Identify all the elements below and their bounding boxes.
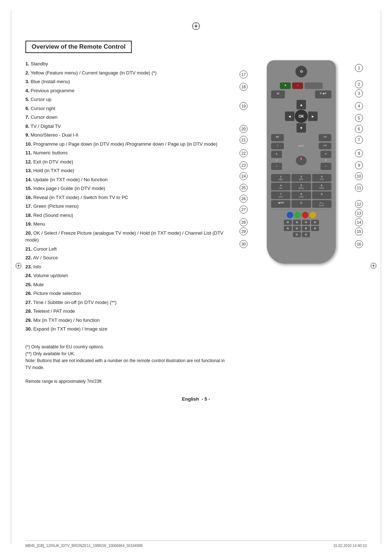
item-number: 13. — [25, 168, 32, 173]
num-btn-1[interactable]: 2DEF — [291, 174, 311, 182]
item-number: 28. — [25, 308, 32, 314]
vol-up-button[interactable]: + — [271, 151, 282, 158]
num-btn-3[interactable]: 4JKL — [271, 183, 290, 190]
item-number: 7. — [25, 114, 29, 120]
list-item: 8. TV / Digital TV — [25, 123, 225, 130]
btn-b3[interactable]: ⊞ — [302, 220, 310, 225]
callout-20: 20 — [240, 125, 248, 133]
bottom-row-3: ⊞ ⊞ — [271, 232, 331, 237]
bottom-row-1: ⊞ ⊞ ⊞ ⊞ — [271, 220, 331, 225]
num-btn-0[interactable]: 1ABC — [271, 174, 290, 182]
item-number: 2. — [25, 70, 29, 76]
list-item: 6. Cursor right — [25, 105, 225, 112]
menu-button[interactable]: M — [271, 90, 285, 98]
num-btn-10[interactable]: 0 — [291, 200, 311, 208]
prev-prog-button[interactable]: P◄P — [315, 90, 331, 98]
btn-b1[interactable]: ⊞ — [284, 220, 292, 225]
item-number: 26. — [25, 291, 32, 296]
btn-c3[interactable]: ⊞ — [302, 226, 310, 231]
num-btn-4[interactable]: 5MNO — [291, 183, 311, 190]
list-item: 17. Green (Picture menu) — [25, 203, 225, 210]
av-source-button[interactable]: AV — [271, 134, 284, 141]
item-number: 16. — [25, 195, 32, 200]
item-number: 10. — [25, 141, 32, 147]
list-item: 15. Index page / Guide (in DTV mode) — [25, 185, 225, 192]
btn-d1[interactable]: ⊞ — [293, 232, 301, 237]
num-btn-8[interactable]: 9 — [312, 191, 331, 199]
item-number: 25. — [25, 282, 32, 287]
note-text: Remote range is approximately 7m/23ft — [25, 378, 225, 385]
item-number: 4. — [25, 88, 29, 93]
green-button[interactable]: ★ — [280, 82, 291, 89]
page-bottom: MB45_[GB]_1205UK_IDTV_BRONZE11_19882W_10… — [25, 540, 367, 548]
cursor-left-button[interactable]: ◄ — [285, 112, 294, 121]
btn-b4[interactable]: ⊞ — [311, 220, 319, 225]
ok-button[interactable]: OK — [295, 110, 308, 123]
num-btn-6[interactable]: 7STU — [271, 191, 290, 199]
red-button[interactable]: ♪ — [292, 82, 303, 89]
btn-d2[interactable]: ⊞ — [302, 232, 310, 237]
standby-button[interactable]: ⏻ — [295, 66, 307, 77]
feature-list-column: 1. Standby2. Yellow (Feature menu) / Cur… — [25, 60, 225, 385]
item-number: 21. — [25, 246, 32, 252]
separator-1 — [271, 172, 331, 172]
cursor-right-button[interactable]: ► — [308, 112, 318, 121]
item-number: 27. — [25, 300, 32, 305]
list-item: 25. Mute — [25, 281, 225, 288]
item-number: 23. — [25, 264, 32, 270]
callout-25: 25 — [240, 184, 248, 192]
num-btn-2[interactable]: 3GHI — [312, 174, 331, 182]
yellow-btn[interactable] — [310, 212, 316, 218]
cursor-up-button[interactable]: ▲ — [297, 100, 306, 109]
callout-22: 22 — [240, 149, 248, 157]
list-item: 21. Cursor Left — [25, 246, 225, 253]
callout-9: 9 — [355, 161, 363, 169]
prog-down-button[interactable]: − — [320, 163, 331, 170]
mono-stereo-button[interactable]: I-II — [319, 134, 331, 141]
vol-down-button[interactable]: − — [271, 163, 282, 170]
color-buttons-row — [271, 212, 331, 218]
cursor-down-button[interactable]: ▼ — [297, 123, 306, 133]
num-btn-11[interactable]: +—EXIT — [312, 200, 331, 208]
notes-area: (*) Only available for EU country option… — [25, 344, 225, 385]
callout-18: 18 — [240, 83, 248, 91]
num-btn-9[interactable]: ◄PP — [271, 200, 290, 208]
callout-5: 5 — [355, 114, 363, 122]
btn-c4[interactable]: ⊞ — [311, 226, 319, 231]
note-text: Note: Buttons that are not indicated wit… — [25, 357, 225, 371]
item-number: 1. — [25, 61, 29, 66]
footer-label: English — [182, 396, 199, 402]
list-item: 10. Programme up / Page down (in DTV mod… — [25, 141, 225, 148]
num-btn-5[interactable]: 6PQR — [312, 183, 331, 190]
feature-list: 1. Standby2. Yellow (Feature menu) / Cur… — [25, 60, 225, 333]
item-number: 20. — [25, 230, 32, 236]
callout-10: 10 — [355, 172, 363, 180]
content-area: 1. Standby2. Yellow (Feature menu) / Cur… — [25, 60, 367, 385]
callout-14: 14 — [355, 218, 363, 226]
callout-2: 2 — [355, 80, 363, 88]
mute-button[interactable]: 🔇 — [296, 156, 307, 165]
page: Overview of the Remote Control 1. Standb… — [0, 0, 392, 555]
item-number: 29. — [25, 317, 32, 323]
item-number: 30. — [25, 326, 32, 332]
item-number: 14. — [25, 177, 32, 182]
item-number: 8. — [25, 123, 29, 129]
item-number: 15. — [25, 186, 32, 191]
btn-b2[interactable]: ⊞ — [293, 220, 301, 225]
list-item: 28. Teletext / PAT mode — [25, 308, 225, 315]
callout-28: 28 — [240, 218, 248, 226]
list-item: 4. Previous programme — [25, 87, 225, 94]
list-item: 30. Expand (in TXT mode) / Image size — [25, 325, 225, 333]
green-btn[interactable] — [294, 212, 301, 218]
footer-code: MB45_[GB]_1205UK_IDTV_BRONZE11_19882W_10… — [25, 544, 143, 548]
callout-3: 3 — [355, 89, 363, 97]
btn-c2[interactable]: ⊞ — [293, 226, 301, 231]
btn-c1[interactable]: ⊞ — [284, 226, 292, 231]
info-button[interactable]: i — [271, 143, 284, 149]
callout-8: 8 — [355, 149, 363, 157]
num-btn-7[interactable]: 8VWX — [291, 191, 311, 199]
red-btn-2[interactable] — [302, 212, 309, 218]
list-item: 14. Update (in TXT mode) / No function — [25, 176, 225, 183]
blue-btn[interactable] — [287, 212, 293, 218]
prog-up-button[interactable]: + — [320, 151, 331, 158]
